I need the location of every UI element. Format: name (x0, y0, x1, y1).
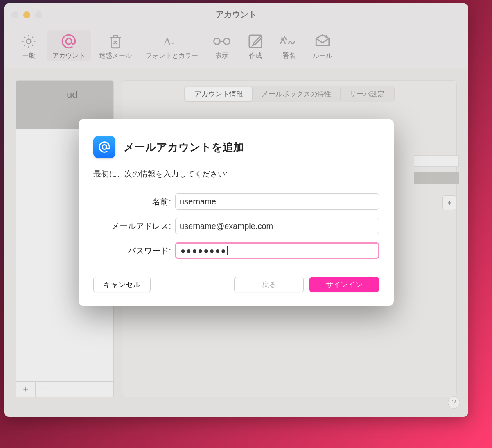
back-button[interactable]: 戻る (234, 277, 304, 292)
svg-point-7 (102, 145, 106, 149)
modal-title: メールアカウントを追加 (124, 140, 244, 154)
text-cursor (227, 246, 228, 255)
password-input[interactable]: ●●●●●●●● (175, 242, 379, 259)
modal-actions: キャンセル 戻る サインイン (93, 277, 379, 292)
add-account-modal: メールアカウントを追加 最初に、次の情報を入力してください: 名前: メールアド… (79, 119, 394, 306)
preferences-window: アカウント 一般 アカウント 迷惑メール Aa フォントとカラー (4, 3, 468, 417)
name-label: 名前: (93, 196, 175, 207)
row-name: 名前: (93, 193, 379, 210)
row-email: メールアドレス: (93, 218, 379, 234)
modal-subtitle: 最初に、次の情報を入力してください: (93, 169, 379, 179)
password-label: パスワード: (93, 245, 175, 256)
modal-overlay: メールアカウントを追加 最初に、次の情報を入力してください: 名前: メールアド… (4, 3, 468, 417)
row-password: パスワード: ●●●●●●●● (93, 242, 379, 259)
email-label: メールアドレス: (93, 221, 175, 232)
name-input[interactable] (175, 193, 379, 210)
signin-button[interactable]: サインイン (309, 277, 379, 292)
password-mask: ●●●●●●●● (181, 246, 227, 256)
cancel-button[interactable]: キャンセル (93, 277, 151, 292)
email-input[interactable] (175, 218, 379, 234)
modal-header: メールアカウントを追加 (93, 136, 379, 158)
mail-app-icon (93, 136, 115, 158)
